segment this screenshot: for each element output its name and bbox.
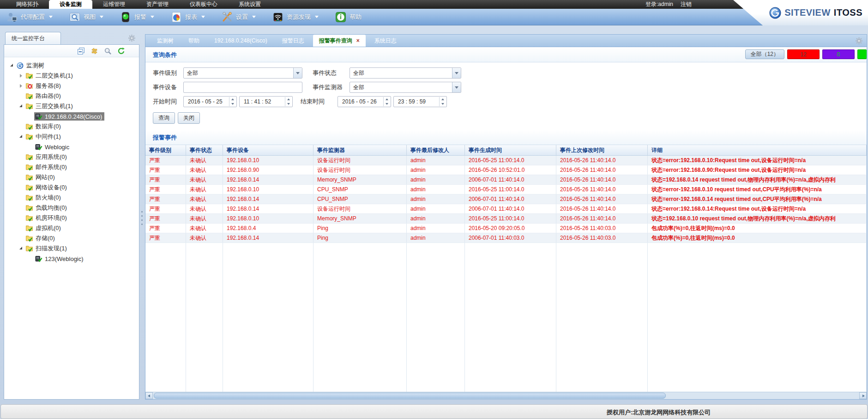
toolbar-view-button[interactable]: 视图 — [69, 12, 103, 23]
event-row-7[interactable]: 严重未确认192.168.0.4Pingadmin2016-05-20 09:2… — [145, 224, 867, 233]
close-button[interactable]: 关闭 — [178, 112, 200, 124]
tree-node-17[interactable]: 存储(0) — [4, 233, 139, 243]
start-date-spinner[interactable]: 2016 - 05 - 25 — [183, 96, 237, 107]
tree-node-19[interactable]: 123(Weblogic) — [4, 254, 139, 264]
tab-3[interactable]: 报警日志 — [276, 35, 310, 47]
tree-expanded-arrow-icon[interactable] — [18, 246, 25, 251]
tree-node-2[interactable]: 服务器(8) — [4, 81, 139, 91]
event-row-5[interactable]: 严重未确认192.168.0.14设备运行时间admin2006-07-01 1… — [145, 204, 867, 214]
tree-node-5[interactable]: 192.168.0.248(Cisco) — [4, 111, 139, 121]
tree-node-11[interactable]: 网站(0) — [4, 172, 139, 182]
event-monitor-select[interactable]: 全部 — [350, 82, 461, 93]
tree-node-7[interactable]: 中间件(1) — [4, 132, 139, 142]
menu-item-2[interactable]: 运维管理 — [92, 0, 136, 9]
toolbar-alarm-button[interactable]: 报警 — [120, 12, 154, 23]
scrollbar-thumb[interactable] — [154, 393, 666, 399]
tree-node-9[interactable]: 应用系统(0) — [4, 152, 139, 162]
tree-node-16[interactable]: 虚拟机(0) — [4, 223, 139, 233]
menu-item-5[interactable]: 系统设置 — [228, 0, 271, 9]
collapse-all-icon[interactable] — [77, 47, 85, 55]
spin-up-icon[interactable] — [285, 97, 292, 102]
tree-node-14[interactable]: 负载均衡(0) — [4, 203, 139, 213]
tab-2[interactable]: 192.168.0.248(Cisco) — [208, 35, 273, 47]
spin-up-icon[interactable] — [440, 97, 446, 102]
menu-item-3[interactable]: 资产管理 — [136, 0, 179, 9]
panel-splitter-handle[interactable] — [141, 211, 143, 227]
tree-collapsed-arrow-icon[interactable] — [18, 84, 25, 88]
column-header-5[interactable]: 事件生成时间 — [465, 145, 556, 155]
menu-item-4[interactable]: 仪表板中心 — [179, 0, 228, 9]
event-level-select[interactable]: 全部 — [183, 67, 302, 79]
tab-5[interactable]: 系统日志 — [368, 35, 403, 47]
search-icon[interactable] — [104, 47, 112, 55]
tree-expanded-arrow-icon[interactable] — [18, 104, 25, 109]
column-header-7[interactable]: 详细 — [648, 145, 867, 155]
toolbar-agent-config-button[interactable]: 代理配置 — [6, 12, 53, 23]
gear-icon[interactable] — [128, 34, 136, 42]
column-header-3[interactable]: 事件监测器 — [313, 145, 407, 155]
start-time-spinner[interactable]: 11 : 41 : 52 — [239, 96, 293, 107]
tree-node-12[interactable]: 网络设备(0) — [4, 182, 139, 193]
tab-unified-monitoring-platform[interactable]: 统一监控平台 — [5, 32, 61, 44]
scroll-left-icon[interactable] — [145, 392, 153, 399]
tree-node-3[interactable]: 路由器(0) — [4, 91, 139, 101]
transfer-arrows-icon[interactable] — [90, 47, 98, 55]
scroll-right-icon[interactable] — [859, 392, 867, 399]
event-row-3[interactable]: 严重未确认192.168.0.10CPU_SNMPadmin2016-05-25… — [145, 185, 867, 194]
column-header-0[interactable]: 事件级别 — [145, 145, 186, 155]
chevron-down-icon[interactable] — [452, 68, 461, 78]
badge-warning[interactable]: 0 — [822, 49, 855, 59]
tree-expanded-arrow-icon[interactable] — [18, 134, 25, 139]
event-row-2[interactable]: 严重未确认192.168.0.14Memory_SNMPadmin2006-07… — [145, 175, 867, 185]
tree-node-1[interactable]: 二层交换机(1) — [4, 71, 139, 81]
event-row-0[interactable]: 严重未确认192.168.0.10设备运行时间admin2016-05-25 1… — [145, 156, 867, 165]
badge-critical[interactable]: 12 — [787, 49, 820, 59]
end-date-spinner[interactable]: 2016 - 05 - 26 — [338, 96, 391, 107]
spin-down-icon[interactable] — [384, 102, 390, 106]
tree-node-13[interactable]: 防火墙(0) — [4, 193, 139, 203]
spin-up-icon[interactable] — [384, 97, 390, 102]
tab-1[interactable]: 帮助 — [182, 35, 205, 47]
event-status-select[interactable]: 全部 — [350, 67, 461, 79]
close-icon[interactable]: × — [356, 38, 360, 43]
horizontal-scrollbar[interactable] — [145, 392, 867, 399]
tree-node-15[interactable]: 机房环境(0) — [4, 213, 139, 223]
tab-4[interactable]: 报警事件查询× — [313, 35, 366, 47]
tree-node-4[interactable]: 三层交换机(1) — [4, 101, 139, 111]
spin-down-icon[interactable] — [440, 102, 446, 106]
tree-node-6[interactable]: 数据库(0) — [4, 121, 139, 132]
event-row-1[interactable]: 严重未确认192.168.0.90设备运行时间admin2016-05-26 1… — [145, 165, 867, 175]
tree-collapsed-arrow-icon[interactable] — [18, 73, 25, 78]
column-header-1[interactable]: 事件状态 — [186, 145, 223, 155]
refresh-icon[interactable] — [117, 47, 125, 55]
logout-link[interactable]: 注销 — [681, 0, 692, 9]
column-header-4[interactable]: 事件最后修改人 — [407, 145, 465, 155]
spin-down-icon[interactable] — [229, 102, 236, 106]
toolbar-help-button[interactable]: 帮助 — [335, 12, 362, 23]
tree-node-18[interactable]: 扫描发现(1) — [4, 243, 139, 254]
event-row-8[interactable]: 严重未确认192.168.0.14Pingadmin2006-07-01 11:… — [145, 233, 867, 243]
event-device-input[interactable] — [183, 82, 302, 93]
tree-expanded-arrow-icon[interactable] — [9, 63, 16, 68]
gear-icon[interactable] — [855, 37, 863, 45]
spin-down-icon[interactable] — [285, 102, 292, 106]
tree-node-10[interactable]: 邮件系统(0) — [4, 162, 139, 172]
menu-item-0[interactable]: 网络拓扑 — [6, 0, 49, 9]
column-header-2[interactable]: 事件设备 — [223, 145, 313, 155]
chevron-down-icon[interactable] — [293, 68, 302, 78]
badge-ok[interactable] — [857, 49, 867, 59]
event-row-6[interactable]: 严重未确认192.168.0.10Memory_SNMPadmin2016-05… — [145, 214, 867, 224]
toolbar-settings-button[interactable]: 设置 — [222, 12, 256, 23]
chevron-down-icon[interactable] — [452, 82, 461, 92]
tree-node-8[interactable]: Weblogic — [4, 142, 139, 152]
badge-all[interactable]: 全部（12） — [745, 49, 784, 59]
toolbar-discovery-button[interactable]: 资源发现 — [272, 12, 319, 23]
spin-up-icon[interactable] — [229, 97, 236, 102]
event-row-4[interactable]: 严重未确认192.168.0.14CPU_SNMPadmin2006-07-01… — [145, 194, 867, 204]
column-header-6[interactable]: 事件上次修改时间 — [556, 145, 648, 155]
end-time-spinner[interactable]: 23 : 59 : 59 — [393, 96, 447, 107]
toolbar-report-button[interactable]: 报表 — [171, 12, 205, 23]
tab-0[interactable]: 监测树 — [151, 35, 180, 47]
search-button[interactable]: 查询 — [153, 112, 175, 124]
menu-item-1[interactable]: 设备监测 — [49, 0, 92, 9]
